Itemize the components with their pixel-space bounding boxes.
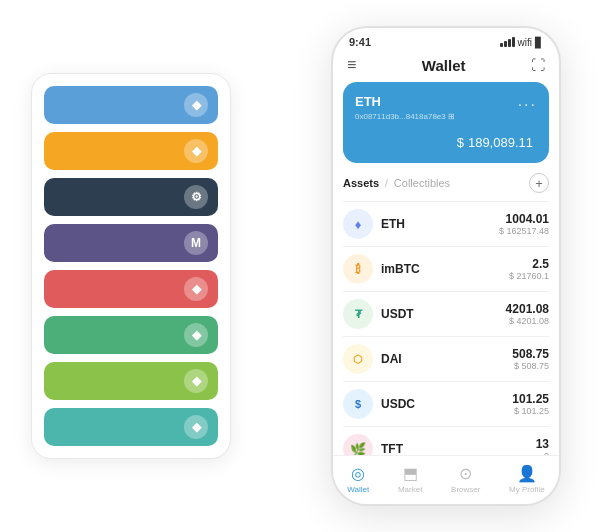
browser-nav-icon: ⊙ (459, 464, 472, 483)
wifi-icon: wifi (518, 37, 532, 48)
asset-item-dai[interactable]: ⬡ DAI 508.75 $ 508.75 (343, 336, 549, 381)
menu-icon[interactable]: ≡ (347, 56, 356, 74)
asset-values-usdc: 101.25 $ 101.25 (512, 392, 549, 416)
phone-content: ETH ... 0x08711d3b...8418a78e3 ⊞ $189,08… (333, 82, 559, 455)
battery-icon: ▊ (535, 37, 543, 48)
tab-separator: / (385, 178, 388, 189)
asset-values-dai: 508.75 $ 508.75 (512, 347, 549, 371)
phone-header: ≡ Wallet ⛶ (333, 52, 559, 82)
asset-values-eth: 1004.01 $ 162517.48 (499, 212, 549, 236)
card-item[interactable]: ◆ (44, 362, 218, 400)
asset-values-tft: 13 0 (536, 437, 549, 455)
card-item[interactable]: ◆ (44, 408, 218, 446)
signal-icon (500, 37, 515, 47)
asset-name-eth: ETH (381, 217, 499, 231)
profile-nav-icon: 👤 (517, 464, 537, 483)
card-icon: ◆ (184, 277, 208, 301)
card-icon: ◆ (184, 139, 208, 163)
card-item[interactable]: M (44, 224, 218, 262)
bottom-nav: ◎ Wallet ⬒ Market ⊙ Browser 👤 My Profile (333, 455, 559, 504)
card-item[interactable]: ◆ (44, 270, 218, 308)
profile-nav-label: My Profile (509, 485, 545, 494)
market-nav-label: Market (398, 485, 422, 494)
nav-wallet[interactable]: ◎ Wallet (347, 464, 369, 494)
wallet-nav-label: Wallet (347, 485, 369, 494)
eth-card-address: 0x08711d3b...8418a78e3 ⊞ (355, 112, 537, 121)
card-item[interactable]: ⚙ (44, 178, 218, 216)
phone: 9:41 wifi ▊ ≡ Wallet ⛶ E (331, 26, 561, 506)
asset-name-tft: TFT (381, 442, 536, 455)
asset-name-usdt: USDT (381, 307, 506, 321)
assets-tabs: Assets / Collectibles (343, 177, 450, 189)
eth-balance-prefix: $ (457, 135, 464, 150)
asset-name-usdc: USDC (381, 397, 512, 411)
scene: ◆ ◆ ⚙ M ◆ ◆ ◆ ◆ 9:41 (11, 11, 591, 521)
eth-card-top: ETH ... (355, 92, 537, 110)
asset-icon-dai: ⬡ (343, 344, 373, 374)
card-icon: M (184, 231, 208, 255)
tab-collectibles[interactable]: Collectibles (394, 177, 450, 189)
card-item[interactable]: ◆ (44, 132, 218, 170)
asset-values-imbtc: 2.5 $ 21760.1 (509, 257, 549, 281)
asset-item-tft[interactable]: 🌿 TFT 13 0 (343, 426, 549, 455)
card-icon: ◆ (184, 369, 208, 393)
card-item[interactable]: ◆ (44, 86, 218, 124)
asset-icon-usdt: ₮ (343, 299, 373, 329)
nav-market[interactable]: ⬒ Market (398, 464, 422, 494)
asset-values-usdt: 4201.08 $ 4201.08 (506, 302, 549, 326)
expand-icon[interactable]: ⛶ (531, 57, 545, 73)
asset-usd-dai: $ 508.75 (512, 361, 549, 371)
asset-icon-usdc: $ (343, 389, 373, 419)
asset-amount-usdt: 4201.08 (506, 302, 549, 316)
status-icons: wifi ▊ (500, 37, 543, 48)
add-asset-button[interactable]: + (529, 173, 549, 193)
page-title: Wallet (422, 57, 466, 74)
asset-name-imbtc: imBTC (381, 262, 509, 276)
asset-amount-usdc: 101.25 (512, 392, 549, 406)
asset-amount-eth: 1004.01 (499, 212, 549, 226)
card-icon: ◆ (184, 93, 208, 117)
card-icon: ◆ (184, 415, 208, 439)
nav-profile[interactable]: 👤 My Profile (509, 464, 545, 494)
asset-usd-imbtc: $ 21760.1 (509, 271, 549, 281)
market-nav-icon: ⬒ (403, 464, 418, 483)
card-icon: ◆ (184, 323, 208, 347)
asset-icon-tft: 🌿 (343, 434, 373, 455)
asset-usd-eth: $ 162517.48 (499, 226, 549, 236)
asset-item-imbtc[interactable]: ₿ imBTC 2.5 $ 21760.1 (343, 246, 549, 291)
nav-browser[interactable]: ⊙ Browser (451, 464, 480, 494)
card-item[interactable]: ◆ (44, 316, 218, 354)
asset-amount-tft: 13 (536, 437, 549, 451)
eth-card-more-icon[interactable]: ... (518, 92, 537, 110)
asset-icon-eth: ♦ (343, 209, 373, 239)
eth-card-name: ETH (355, 94, 381, 109)
card-stack: ◆ ◆ ⚙ M ◆ ◆ ◆ ◆ (31, 73, 231, 459)
assets-header: Assets / Collectibles + (343, 173, 549, 193)
wallet-nav-icon: ◎ (351, 464, 365, 483)
asset-item-usdt[interactable]: ₮ USDT 4201.08 $ 4201.08 (343, 291, 549, 336)
eth-card[interactable]: ETH ... 0x08711d3b...8418a78e3 ⊞ $189,08… (343, 82, 549, 163)
asset-name-dai: DAI (381, 352, 512, 366)
asset-item-eth[interactable]: ♦ ETH 1004.01 $ 162517.48 (343, 201, 549, 246)
asset-amount-dai: 508.75 (512, 347, 549, 361)
card-icon: ⚙ (184, 185, 208, 209)
eth-card-balance: $189,089.11 (355, 127, 537, 153)
status-bar: 9:41 wifi ▊ (333, 28, 559, 52)
asset-icon-imbtc: ₿ (343, 254, 373, 284)
status-time: 9:41 (349, 36, 371, 48)
asset-usd-usdt: $ 4201.08 (506, 316, 549, 326)
tab-assets[interactable]: Assets (343, 177, 379, 189)
browser-nav-label: Browser (451, 485, 480, 494)
eth-balance-value: 189,089.11 (468, 135, 533, 150)
asset-item-usdc[interactable]: $ USDC 101.25 $ 101.25 (343, 381, 549, 426)
asset-amount-imbtc: 2.5 (509, 257, 549, 271)
asset-usd-usdc: $ 101.25 (512, 406, 549, 416)
